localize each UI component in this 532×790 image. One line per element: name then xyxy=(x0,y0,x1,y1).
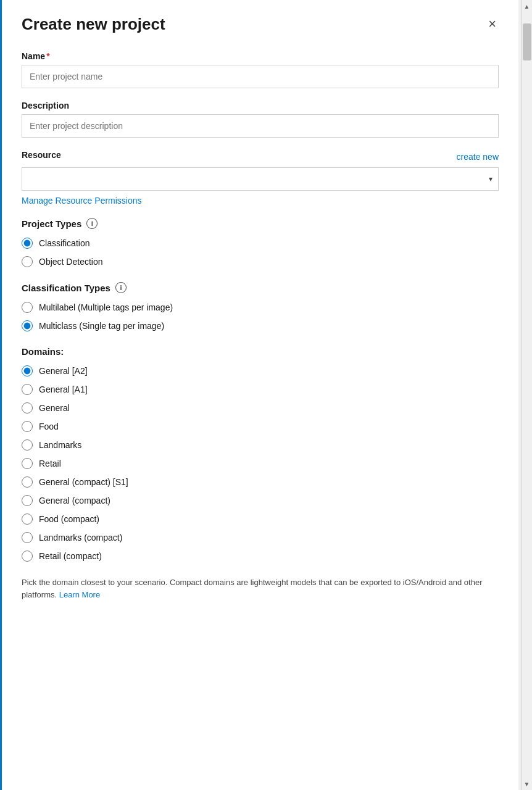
domain-retail[interactable]: Retail xyxy=(22,458,499,469)
dialog-title: Create new project xyxy=(22,15,165,34)
name-label: Name* xyxy=(22,51,499,61)
classification-type-multilabel-label: Multilabel (Multiple tags per image) xyxy=(39,302,173,312)
create-new-link[interactable]: create new xyxy=(457,152,499,162)
domains-label: Domains: xyxy=(22,346,499,357)
dialog-header: Create new project × xyxy=(22,15,499,34)
domain-general-a1-label: General [A1] xyxy=(39,385,88,394)
domain-retail-compact-radio[interactable] xyxy=(22,551,33,562)
domain-general-compact-s1[interactable]: General (compact) [S1] xyxy=(22,476,499,488)
domain-food-compact-radio[interactable] xyxy=(22,514,33,525)
domain-general-compact-s1-radio[interactable] xyxy=(22,476,33,488)
domain-general-radio[interactable] xyxy=(22,402,33,414)
dialog-panel: Create new project × Name* Description R… xyxy=(0,0,518,790)
classification-type-multilabel-radio[interactable] xyxy=(22,302,33,313)
scrollbar[interactable]: ▲ ▼ xyxy=(521,0,532,790)
scrollbar-thumb[interactable] xyxy=(523,23,531,60)
domain-landmarks[interactable]: Landmarks xyxy=(22,439,499,451)
domain-retail-compact[interactable]: Retail (compact) xyxy=(22,551,499,562)
modal-container: Create new project × Name* Description R… xyxy=(0,0,532,790)
domain-landmarks-label: Landmarks xyxy=(39,440,81,450)
project-type-object-detection-label: Object Detection xyxy=(39,257,103,267)
domain-general-a2-label: General [A2] xyxy=(39,366,88,376)
domain-general[interactable]: General xyxy=(22,402,499,414)
project-type-object-detection[interactable]: Object Detection xyxy=(22,256,499,267)
project-types-label: Project Types i xyxy=(22,218,499,229)
domain-general-a2[interactable]: General [A2] xyxy=(22,365,499,376)
classification-type-multilabel[interactable]: Multilabel (Multiple tags per image) xyxy=(22,302,499,313)
domain-food-label: Food xyxy=(39,422,59,431)
domain-general-a1[interactable]: General [A1] xyxy=(22,384,499,395)
footer-text: Pick the domain closest to your scenario… xyxy=(22,576,499,601)
project-types-info-icon: i xyxy=(86,218,98,229)
domain-retail-radio[interactable] xyxy=(22,458,33,469)
name-field-group: Name* xyxy=(22,51,499,88)
domain-general-label: General xyxy=(39,403,70,413)
project-types-radio-group: Classification Object Detection xyxy=(22,238,499,267)
domain-retail-compact-label: Retail (compact) xyxy=(39,551,102,561)
required-indicator: * xyxy=(46,51,49,61)
classification-types-info-icon: i xyxy=(115,282,127,293)
classification-types-radio-group: Multilabel (Multiple tags per image) Mul… xyxy=(22,302,499,331)
domains-radio-group: General [A2] General [A1] General Food L… xyxy=(22,365,499,562)
project-type-classification[interactable]: Classification xyxy=(22,238,499,249)
classification-type-multiclass-radio[interactable] xyxy=(22,320,33,331)
resource-select-wrapper: ▾ xyxy=(22,167,499,191)
domain-general-a1-radio[interactable] xyxy=(22,384,33,395)
domain-food[interactable]: Food xyxy=(22,421,499,432)
domain-general-compact[interactable]: General (compact) xyxy=(22,495,499,506)
manage-resource-link[interactable]: Manage Resource Permissions xyxy=(22,196,499,206)
learn-more-link[interactable]: Learn More xyxy=(59,590,100,599)
description-field-group: Description xyxy=(22,101,499,138)
classification-types-section: Classification Types i Multilabel (Multi… xyxy=(22,282,499,331)
close-button[interactable]: × xyxy=(486,15,499,33)
scroll-down-arrow[interactable]: ▼ xyxy=(523,779,531,789)
domain-food-compact[interactable]: Food (compact) xyxy=(22,514,499,525)
domain-general-a2-radio[interactable] xyxy=(22,365,33,376)
project-types-section: Project Types i Classification Object De… xyxy=(22,218,499,267)
project-type-object-detection-radio[interactable] xyxy=(22,256,33,267)
resource-field-group: Resource create new ▾ Manage Resource Pe… xyxy=(22,150,499,206)
name-input[interactable] xyxy=(22,65,499,88)
domain-general-compact-s1-label: General (compact) [S1] xyxy=(39,477,128,487)
classification-type-multiclass[interactable]: Multiclass (Single tag per image) xyxy=(22,320,499,331)
domain-landmarks-radio[interactable] xyxy=(22,439,33,451)
resource-header: Resource create new xyxy=(22,150,499,164)
domain-general-compact-label: General (compact) xyxy=(39,496,110,505)
description-label: Description xyxy=(22,101,499,110)
domain-landmarks-compact-label: Landmarks (compact) xyxy=(39,533,122,543)
domain-general-compact-radio[interactable] xyxy=(22,495,33,506)
domains-section: Domains: General [A2] General [A1] Gener… xyxy=(22,346,499,562)
domain-landmarks-compact-radio[interactable] xyxy=(22,532,33,543)
project-type-classification-label: Classification xyxy=(39,238,89,248)
domain-landmarks-compact[interactable]: Landmarks (compact) xyxy=(22,532,499,543)
domain-retail-label: Retail xyxy=(39,459,61,468)
domain-food-radio[interactable] xyxy=(22,421,33,432)
project-type-classification-radio[interactable] xyxy=(22,238,33,249)
classification-type-multiclass-label: Multiclass (Single tag per image) xyxy=(39,321,164,331)
description-input[interactable] xyxy=(22,114,499,138)
resource-label: Resource xyxy=(22,150,61,160)
classification-types-label: Classification Types i xyxy=(22,282,499,293)
scroll-up-arrow[interactable]: ▲ xyxy=(523,1,531,11)
domain-food-compact-label: Food (compact) xyxy=(39,514,99,524)
resource-select[interactable] xyxy=(22,167,499,191)
